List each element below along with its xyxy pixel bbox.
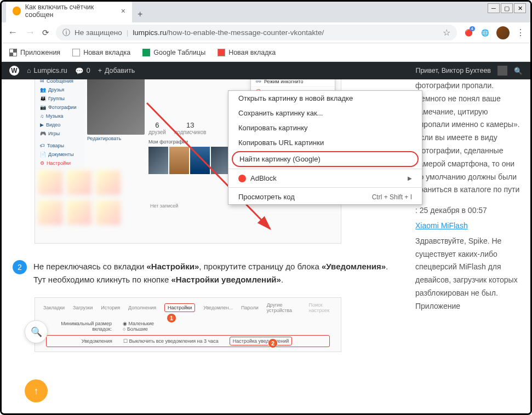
plus-icon: + xyxy=(98,67,102,74)
window-controls: ─ ▢ ✕ xyxy=(488,3,526,13)
step-text: Не переключаясь со вкладки «Настройки», … xyxy=(33,260,396,286)
annotation-marker-1: 1 xyxy=(167,313,176,323)
vk-sidebar: ✉Сообщения 👥Друзья 👪Группы 📷Фотографии ♫… xyxy=(35,79,84,170)
wordpress-admin-bar: W ⌂Lumpics.ru 💬0 +Добавить Привет, Викто… xyxy=(2,62,530,79)
url-text: lumpics.ru/how-to-enable-the-message-cou… xyxy=(133,28,438,37)
extension-icon-globe[interactable]: 🌐 xyxy=(480,28,490,38)
profile-avatar[interactable] xyxy=(496,26,510,39)
arrow-up-icon: ↑ xyxy=(34,385,39,397)
vk-photo-thumbs xyxy=(148,147,231,174)
reload-button[interactable]: ⟳ xyxy=(42,28,49,38)
blurred-thumbnails xyxy=(38,170,121,195)
page-icon xyxy=(72,49,80,56)
vk-menu-item: 📄Документы xyxy=(37,150,82,159)
address-bar[interactable]: ⓘ Не защищено | lumpics.ru/how-to-enable… xyxy=(56,25,457,41)
article-sidebar: фотографии пропали. Немного не понял ваш… xyxy=(407,79,530,413)
ctx-open-image-new-tab[interactable]: Открыть картинку в новой вкладке xyxy=(228,91,422,106)
opera-search-placeholder: Поиск настроек xyxy=(309,302,333,313)
wp-add-new[interactable]: +Добавить xyxy=(98,67,135,74)
bookmark-item[interactable]: Новая вкладка xyxy=(72,49,130,56)
annotation-marker-2: 2 xyxy=(268,338,278,348)
context-menu: Открыть картинку в новой вкладке Сохрани… xyxy=(228,90,422,205)
article-screenshot-2: ЗакладкиЗагрузкиИсторияДополнения Настро… xyxy=(35,297,341,352)
minimize-button[interactable]: ─ xyxy=(488,3,500,13)
chevron-right-icon: ▶ xyxy=(408,175,412,181)
ctx-shortcut: Ctrl + Shift + I xyxy=(372,193,412,201)
browser-tab-bar: Как включить счётчик сообщен × + xyxy=(2,2,530,22)
vk-profile-photo xyxy=(87,79,145,135)
opera-notif-label: Уведомления xyxy=(63,338,112,344)
vk-menu-item: ✉Сообщения xyxy=(37,79,82,85)
vk-menu-item: 📷Фотографии xyxy=(37,103,82,112)
bookmark-item[interactable]: Google Таблицы xyxy=(142,49,205,56)
search-icon: 🔍 xyxy=(31,326,42,338)
tab-favicon xyxy=(13,7,21,15)
wp-user-avatar[interactable] xyxy=(497,66,507,76)
vk-menu-item: 👪Группы xyxy=(37,94,82,103)
ctx-inspect[interactable]: Просмотреть кодCtrl + Shift + I xyxy=(228,189,422,204)
vk-no-posts: Нет записей xyxy=(150,203,178,209)
extension-icon-opera[interactable]: 🔴4 xyxy=(464,28,473,38)
vk-menu-item: 👥Друзья xyxy=(37,85,82,94)
ctx-search-image-google-highlighted[interactable]: Найти картинку (Google) xyxy=(232,151,419,167)
browser-menu-button[interactable]: ⋮ xyxy=(516,27,525,38)
vk-menu-item: ♫Музыка xyxy=(37,112,82,120)
tab-close-button[interactable]: × xyxy=(121,7,125,15)
tab-title: Как включить счётчик сообщен xyxy=(25,3,117,19)
ctx-separator xyxy=(228,187,422,188)
back-button[interactable]: ← xyxy=(7,27,18,38)
sidebar-comment-text: фотографии пропали. Немного не понял ваш… xyxy=(415,79,522,197)
vk-menu-item: ⚙Настройки xyxy=(37,159,82,168)
sheets-icon xyxy=(142,49,150,56)
home-icon: ⌂ xyxy=(27,67,31,74)
ctx-separator xyxy=(228,169,422,169)
ctx-copy-image[interactable]: Копировать картинку xyxy=(228,120,422,135)
opera-settings-tabs: ЗакладкиЗагрузкиИсторияДополнения Настро… xyxy=(35,298,341,318)
radio-large: ○ Большие xyxy=(123,326,154,332)
vk-menu-item: ▶Видео xyxy=(37,120,82,129)
security-label: Не защищено xyxy=(75,28,122,37)
opera-notif-text: ☐ Выключить все уведомления на 3 часа xyxy=(123,338,219,344)
bookmarks-bar: Приложения Новая вкладка Google Таблицы … xyxy=(2,43,530,62)
radio-small: ◉ Маленькие xyxy=(123,321,154,326)
apps-button[interactable]: Приложения xyxy=(9,49,60,56)
comment-icon: 💬 xyxy=(75,67,84,75)
floating-search-button[interactable]: 🔍 xyxy=(25,320,48,343)
bookmark-item[interactable]: Новая вкладка xyxy=(218,49,276,56)
wordpress-logo-icon[interactable]: W xyxy=(9,66,19,76)
vk-stats: 6друзей 13подписчиков xyxy=(148,121,206,135)
vk-menu-item: 🎮Игры xyxy=(37,129,82,138)
step-number-badge: 2 xyxy=(13,260,27,274)
maximize-button[interactable]: ▢ xyxy=(501,3,513,13)
forward-button[interactable]: → xyxy=(25,27,36,38)
ctx-copy-image-url[interactable]: Копировать URL картинки xyxy=(228,135,422,150)
vk-menu-item: 🏷Товары xyxy=(37,141,82,150)
ctx-adblock[interactable]: AdBlock▶ xyxy=(228,171,422,186)
wp-site-link[interactable]: ⌂Lumpics.ru xyxy=(27,67,67,74)
opera-tab-settings-highlighted: Настройки xyxy=(164,303,195,312)
page-icon xyxy=(218,49,225,56)
opera-setting-label: Минимальный размер вкладок: xyxy=(52,321,112,332)
sidebar-link-miflash[interactable]: Xiaomi MiFlash xyxy=(415,221,468,230)
browser-nav-bar: ← → ⟳ ⓘ Не защищено | lumpics.ru/how-to-… xyxy=(2,22,530,43)
vk-photos-label: Мои фотографии xyxy=(148,139,188,145)
vk-edit-link: Редактировать xyxy=(87,136,121,141)
blurred-thumbnails xyxy=(38,200,121,225)
wp-greeting[interactable]: Привет, Виктор Бухтеев xyxy=(415,67,491,74)
close-window-button[interactable]: ✕ xyxy=(514,3,526,13)
article-step-2: 2 Не переключаясь со вкладки «Настройки»… xyxy=(13,260,396,286)
sidebar-comment-date: : 25 декабря в 00:57 xyxy=(415,204,522,217)
browser-tab[interactable]: Как включить счётчик сообщен × xyxy=(6,0,132,22)
bookmark-star-icon[interactable]: ☆ xyxy=(443,27,450,38)
sidebar-comment-text: Здравствуйте, Spike. Не существует каких… xyxy=(415,235,522,313)
wp-search-icon[interactable]: 🔍 xyxy=(514,67,523,75)
wp-comments-link[interactable]: 💬0 xyxy=(75,67,90,75)
scroll-to-top-button[interactable]: ↑ xyxy=(25,379,48,402)
ctx-save-image-as[interactable]: Сохранить картинку как... xyxy=(228,106,422,120)
apps-icon xyxy=(9,49,17,56)
security-info-icon[interactable]: ⓘ xyxy=(62,28,70,38)
new-tab-button[interactable]: + xyxy=(132,6,148,22)
opera-notif-settings-button-highlighted: Настройка уведомлений xyxy=(230,337,293,345)
dd-item: 👓Режим инкогнито xyxy=(251,79,335,87)
